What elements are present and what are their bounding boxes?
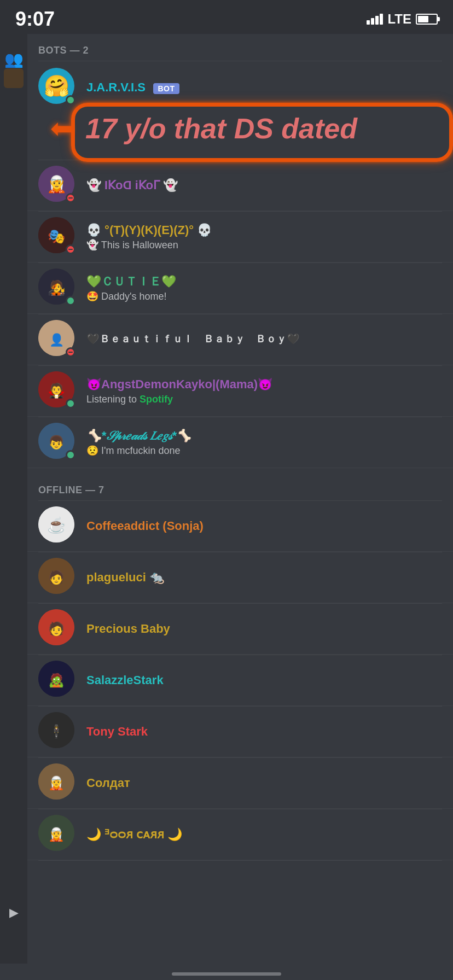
svg-text:🧑‍🎤: 🧑‍🎤	[48, 279, 66, 296]
user-icon: 👥	[4, 50, 24, 68]
status-bar: 9:07 LTE	[0, 0, 453, 34]
avatar-loki-doki: 🧝	[38, 166, 78, 205]
svg-text:🧝: 🧝	[48, 826, 65, 842]
avatar-jarvis: 🤗	[38, 68, 78, 107]
cutie-status: 🤩 Daddy's home!	[86, 290, 442, 302]
member-item-soldat[interactable]: 🧝 Солдат	[27, 758, 453, 809]
member-item-moon[interactable]: 🧝 🌙 ᴲᴑᴑᴙ ᴄᴀᴙᴙ 🌙	[27, 809, 453, 860]
svg-text:🧑: 🧑	[48, 621, 65, 637]
member-item-coffeeaddict[interactable]: ☕ Coffeeaddict (Sonja)	[27, 501, 453, 552]
spreads-name: 🦴*𝒮𝓅𝓇𝑒𝒶𝒹𝓈 𝐿𝑒𝑔𝓈*🦴	[86, 428, 442, 444]
status-dot-online	[66, 450, 76, 460]
angst-info: 😈AngstDemonKayko|(Mama)😈 Listening to Sp…	[86, 377, 442, 405]
moon-name: 🌙 ᴲᴑᴑᴙ ᴄᴀᴙᴙ 🌙	[86, 827, 442, 843]
svg-text:🧑: 🧑	[48, 569, 65, 585]
nav-arrow-icon[interactable]: ▶	[9, 906, 19, 964]
bot-badge: BOT	[153, 83, 179, 94]
avatar-plagueluci: 🧑	[38, 558, 78, 597]
avatar-spreads: 👦	[38, 423, 78, 462]
avatar-coffeeaddict: ☕	[38, 506, 78, 546]
svg-text:🧝: 🧝	[48, 775, 65, 791]
member-item-angst[interactable]: 🧛 😈AngstDemonKayko|(Mama)😈 Listening to …	[27, 366, 453, 417]
bbb-name: 🖤Ｂｅａｕｔｉｆｕｌ Ｂａｂｙ Ｂｏｙ🖤	[86, 332, 442, 346]
soldat-info: Солдат	[86, 775, 442, 791]
cutie-name: 💚ＣＵＴＩＥ💚	[86, 274, 442, 290]
member-item-spreads-legs[interactable]: 👦 🦴*𝒮𝓅𝓇𝑒𝒶𝒹𝓈 𝐿𝑒𝑔𝓈*🦴 😟 I'm mcfuckin done	[27, 417, 453, 468]
loki-doki-info: 👻 ꓶoꓘi DoꓘI 👻	[86, 178, 442, 194]
avatar-bbb: 👤	[38, 320, 78, 359]
angst-name: 😈AngstDemonKayko|(Mama)😈	[86, 377, 442, 393]
member-item-cutie[interactable]: 🧑‍🎤 💚ＣＵＴＩＥ💚 🤩 Daddy's home!	[27, 263, 453, 314]
precious-baby-info: Precious Baby	[86, 621, 442, 637]
avatar-salazzle: 🧟	[38, 661, 78, 700]
spreads-status: 😟 I'm mcfuckin done	[86, 445, 442, 457]
battery-icon	[416, 14, 438, 25]
status-time: 9:07	[15, 8, 55, 31]
svg-text:🧛: 🧛	[48, 382, 66, 399]
status-dot-online	[66, 95, 76, 105]
member-item-jarvis[interactable]: 🤗 J.A.R.V.I.S BOT ⬅ 17 y/o that DS dated	[27, 61, 453, 160]
salazzle-info: SalazzleStark	[86, 673, 442, 689]
avatar-soldat: 🧝	[38, 763, 78, 803]
lte-label: LTE	[387, 11, 411, 27]
svg-text:👦: 👦	[48, 434, 65, 450]
spreads-info: 🦴*𝒮𝓅𝓇𝑒𝒶𝒹𝓈 𝐿𝑒𝑔𝓈*🦴 😟 I'm mcfuckin done	[86, 428, 442, 457]
svg-text:☕: ☕	[47, 516, 66, 534]
svg-text:👤: 👤	[49, 332, 65, 347]
angst-status: Listening to Spotify	[86, 394, 442, 405]
status-icons: LTE	[367, 11, 438, 27]
status-dot-online	[66, 296, 76, 306]
jarvis-big-text: 17 y/o that DS dated	[85, 109, 444, 149]
avatar-angst: 🧛	[38, 371, 78, 411]
avatar-precious-baby: 🧑	[38, 609, 78, 649]
loki-doki-name: 👻 ꓶoꓘi DoꓘI 👻	[86, 178, 178, 192]
offline-section: OFFLINE — 7 ☕ Coffeeaddict (Sonja) 🧑	[27, 474, 453, 861]
sidebar-server-icon[interactable]	[4, 68, 24, 88]
bots-section-header: BOTS — 2	[27, 34, 453, 61]
divider	[38, 860, 442, 861]
avatar-tony: 🕴	[38, 712, 78, 751]
svg-text:🎭: 🎭	[48, 228, 66, 245]
jarvis-info: J.A.R.V.I.S BOT	[86, 80, 442, 96]
flame-arrow-icon: ⬅	[50, 113, 73, 144]
soldat-name: Солдат	[86, 775, 442, 791]
avatar-cutie: 🧑‍🎤	[38, 269, 78, 308]
plagueluci-info: plagueluci 🐀	[86, 570, 442, 586]
svg-text:🕴: 🕴	[48, 724, 65, 739]
status-dot-dnd	[66, 193, 76, 203]
offline-section-header: OFFLINE — 7	[27, 474, 453, 500]
tykez-name: 💀 °(T)(Y)(K)(E)(Z)° 💀	[86, 223, 442, 238]
salazzle-name: SalazzleStark	[86, 673, 442, 689]
svg-text:🧟: 🧟	[48, 672, 65, 688]
member-item-salazzle[interactable]: 🧟 SalazzleStark	[27, 655, 453, 706]
sidebar-left: 👥 ▶	[0, 34, 27, 964]
moon-info: 🌙 ᴲᴑᴑᴙ ᴄᴀᴙᴙ 🌙	[86, 827, 442, 843]
coffeeaddict-name: Coffeeaddict (Sonja)	[86, 518, 442, 534]
main-content: BOTS — 2 🤗 J.A.R.V.I.S BOT ⬅ 17 y/o that…	[27, 34, 453, 964]
tony-name: Tony Stark	[86, 724, 442, 740]
bbb-info: 🖤Ｂｅａｕｔｉｆｕｌ Ｂａｂｙ Ｂｏｙ🖤	[86, 332, 442, 346]
app-container: 👥 ▶ BOTS — 2 🤗 J.A.R.V.I.S BOT	[0, 34, 453, 964]
home-bar	[172, 972, 281, 976]
member-item-tony-stark[interactable]: 🕴 Tony Stark	[27, 707, 453, 757]
member-item-plagueluci[interactable]: 🧑 plagueluci 🐀	[27, 552, 453, 603]
precious-baby-name: Precious Baby	[86, 621, 442, 637]
tykez-status: 👻 This is Halloween	[86, 239, 442, 251]
jarvis-name: J.A.R.V.I.S	[86, 80, 146, 94]
tykez-info: 💀 °(T)(Y)(K)(E)(Z)° 💀 👻 This is Hallowee…	[86, 223, 442, 252]
coffeeaddict-info: Coffeeaddict (Sonja)	[86, 518, 442, 534]
signal-bars-icon	[367, 14, 383, 25]
plagueluci-name: plagueluci 🐀	[86, 570, 442, 586]
member-item-precious-baby[interactable]: 🧑 Precious Baby	[27, 604, 453, 655]
svg-text:🧝: 🧝	[47, 174, 67, 194]
status-dot-dnd	[66, 347, 76, 357]
member-item-tykez[interactable]: 🎭 💀 °(T)(Y)(K)(E)(Z)° 💀 👻 This is Hallow…	[27, 212, 453, 262]
member-item-loki-doki[interactable]: 🧝 👻 ꓶoꓘi DoꓘI 👻	[27, 160, 453, 211]
avatar-moon: 🧝	[38, 815, 78, 854]
status-dot-online	[66, 399, 76, 409]
member-item-beautiful-baby-boy[interactable]: 👤 🖤Ｂｅａｕｔｉｆｕｌ Ｂａｂｙ Ｂｏｙ🖤	[27, 314, 453, 365]
tony-info: Tony Stark	[86, 724, 442, 740]
cutie-info: 💚ＣＵＴＩＥ💚 🤩 Daddy's home!	[86, 274, 442, 303]
avatar-tykez: 🎭	[38, 217, 78, 256]
status-dot-dnd	[66, 244, 76, 254]
